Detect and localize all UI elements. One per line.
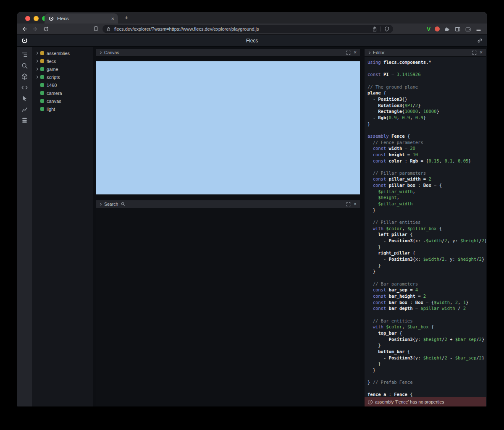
tree-item-canvas[interactable]: canvas bbox=[32, 97, 93, 105]
code-line[interactable]: plane { bbox=[368, 90, 486, 96]
code-line[interactable] bbox=[368, 66, 486, 72]
record-dot-icon[interactable] bbox=[435, 26, 440, 31]
code-line[interactable]: using flecs.components.* bbox=[368, 59, 486, 66]
code-line[interactable]: } bbox=[368, 268, 486, 275]
code-line[interactable]: const width = 20 bbox=[368, 145, 486, 152]
code-line[interactable] bbox=[368, 164, 486, 170]
search-icon[interactable] bbox=[21, 62, 28, 69]
code-line[interactable] bbox=[368, 275, 486, 281]
code-line[interactable]: $pillar_width bbox=[368, 201, 486, 207]
chevron-right-icon[interactable] bbox=[35, 76, 38, 79]
expand-panel-icon[interactable] bbox=[346, 202, 351, 207]
v-logo-icon[interactable]: V bbox=[427, 26, 430, 32]
tree-item-flecs[interactable]: flecs bbox=[32, 57, 93, 65]
code-line[interactable]: const bar_height = 2 bbox=[368, 293, 486, 299]
stack-icon[interactable] bbox=[21, 117, 28, 124]
code-line[interactable]: } bbox=[368, 262, 486, 269]
code-line[interactable]: } bbox=[368, 367, 486, 373]
code-line[interactable]: with $color, $pillar_box { bbox=[368, 225, 486, 232]
tree-item-assemblies[interactable]: assemblies bbox=[32, 49, 93, 57]
code-line[interactable] bbox=[368, 213, 486, 219]
new-tab-button[interactable]: + bbox=[123, 14, 130, 21]
code-line[interactable]: } bbox=[368, 244, 486, 250]
code-line[interactable]: - Rgb{0.9, 0.9, 0.9} bbox=[368, 115, 486, 121]
code-line[interactable]: } // Prefab Fence bbox=[368, 379, 486, 385]
code-line[interactable]: left_pillar { bbox=[368, 231, 486, 238]
tree-item-scripts[interactable]: scripts bbox=[32, 73, 93, 81]
code-line[interactable] bbox=[368, 312, 486, 318]
code-line[interactable]: $height, bbox=[368, 194, 486, 201]
tree-item-camera[interactable]: camera bbox=[32, 89, 93, 97]
reload-icon[interactable] bbox=[43, 26, 49, 32]
code-line[interactable]: // Pillar entities bbox=[368, 219, 486, 225]
code-line[interactable]: // Pillar parameters bbox=[368, 170, 486, 176]
link-icon[interactable] bbox=[477, 37, 483, 44]
tree-item-1460[interactable]: 1460 bbox=[32, 81, 93, 89]
tree-item-game[interactable]: game bbox=[32, 65, 93, 73]
cube-icon[interactable] bbox=[21, 73, 28, 80]
code-line[interactable]: - Rotation3{$PI/2} bbox=[368, 102, 486, 109]
code-line[interactable]: const bar_box : Box = {$width, 2, 1} bbox=[368, 299, 486, 306]
bookmark-icon[interactable] bbox=[93, 26, 99, 32]
code-editor-content[interactable]: using flecs.components.* const PI = 3.14… bbox=[365, 57, 486, 397]
close-panel-icon[interactable]: × bbox=[480, 50, 483, 55]
code-line[interactable]: const bar_depth = $pillar_width / 2 bbox=[368, 305, 486, 312]
code-line[interactable]: $pillar_width, bbox=[368, 189, 486, 195]
code-line[interactable]: - Position3{} bbox=[368, 96, 486, 102]
code-line[interactable]: const height = 10 bbox=[368, 152, 486, 158]
code-line[interactable] bbox=[368, 127, 486, 133]
chevron-right-icon[interactable] bbox=[99, 202, 102, 205]
code-line[interactable]: - Position3{y: $height/2 - $bar_sep/2} bbox=[368, 355, 486, 361]
code-line[interactable]: - Position3{x: -$width/2, y: $height/2} bbox=[368, 238, 486, 244]
share-icon[interactable] bbox=[372, 26, 378, 32]
code-line[interactable]: - Position3{x: $width/2, y: $height/2} bbox=[368, 256, 486, 262]
chevron-right-icon[interactable] bbox=[35, 68, 38, 71]
code-line[interactable]: // Fence parameters bbox=[368, 139, 486, 146]
code-line[interactable]: assembly Fence { bbox=[368, 133, 486, 139]
browser-tab-flecs[interactable]: Flecs × bbox=[45, 13, 118, 24]
close-tab-icon[interactable]: × bbox=[111, 16, 114, 21]
close-window-button[interactable] bbox=[25, 16, 30, 21]
code-line[interactable]: const pillar_box : Box = { bbox=[368, 182, 486, 189]
tree-view-icon[interactable] bbox=[21, 51, 28, 58]
back-icon[interactable] bbox=[21, 26, 28, 32]
code-line[interactable]: bottom_bar { bbox=[368, 349, 486, 355]
expand-panel-icon[interactable] bbox=[472, 50, 477, 55]
code-line[interactable]: // The ground plane bbox=[368, 84, 486, 90]
code-icon[interactable] bbox=[21, 84, 28, 91]
code-line[interactable]: with $color, $bar_box { bbox=[368, 324, 486, 330]
code-line[interactable]: } bbox=[368, 361, 486, 367]
minimize-window-button[interactable] bbox=[34, 16, 39, 21]
code-line[interactable]: - Position3{y: $height/2 + $bar_sep/2} bbox=[368, 336, 486, 343]
code-line[interactable]: const pillar_width = 2 bbox=[368, 176, 486, 182]
chevron-right-icon[interactable] bbox=[35, 52, 38, 55]
chevron-right-icon[interactable] bbox=[99, 51, 102, 54]
close-panel-icon[interactable]: × bbox=[354, 50, 357, 55]
chevron-right-icon[interactable] bbox=[368, 51, 370, 54]
code-line[interactable] bbox=[368, 373, 486, 379]
code-line[interactable]: const color : Rgb = {0.15, 0.1, 0.05} bbox=[368, 158, 486, 164]
code-line[interactable]: } bbox=[368, 342, 486, 349]
code-line[interactable]: } bbox=[368, 207, 486, 213]
code-line[interactable]: right_pillar { bbox=[368, 250, 486, 256]
inspect-cursor-icon[interactable] bbox=[21, 95, 28, 102]
code-line[interactable] bbox=[368, 78, 486, 84]
chevron-right-icon[interactable] bbox=[35, 60, 38, 63]
menu-icon[interactable] bbox=[475, 26, 482, 32]
extensions-puzzle-icon[interactable] bbox=[444, 26, 450, 32]
canvas-viewport[interactable] bbox=[96, 61, 360, 194]
chart-icon[interactable] bbox=[21, 106, 28, 113]
tree-item-light[interactable]: light bbox=[32, 105, 93, 113]
code-line[interactable] bbox=[368, 385, 486, 392]
sidebar-toggle-icon[interactable] bbox=[454, 26, 461, 32]
expand-panel-icon[interactable] bbox=[346, 50, 351, 55]
wallet-icon[interactable] bbox=[465, 26, 471, 32]
code-line[interactable]: - Rectangle{10000, 10000} bbox=[368, 108, 486, 115]
code-line[interactable]: fence_a : Fence { bbox=[368, 391, 486, 397]
forward-icon[interactable] bbox=[32, 26, 39, 32]
url-bar[interactable]: flecs.dev/explorer/?wasm=https://www.fle… bbox=[102, 25, 393, 33]
code-line[interactable]: // Bar entities bbox=[368, 318, 486, 324]
shield-icon[interactable] bbox=[384, 26, 390, 32]
code-line[interactable]: const PI = 3.1415926 bbox=[368, 71, 486, 78]
code-line[interactable]: // Bar parameters bbox=[368, 281, 486, 287]
